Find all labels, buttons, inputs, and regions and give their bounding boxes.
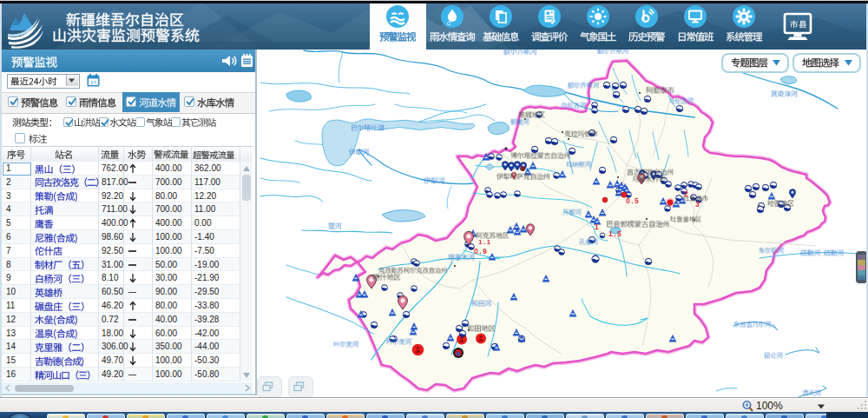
svg-text:0.9: 0.9 xyxy=(474,247,488,255)
svg-text:0.5: 0.5 xyxy=(626,196,640,205)
svg-text:1.5: 1.5 xyxy=(608,229,622,238)
svg-text:17: 17 xyxy=(90,80,96,85)
svg-text:3: 3 xyxy=(695,200,700,209)
svg-text:2: 2 xyxy=(684,189,689,198)
svg-text:1: 1 xyxy=(595,222,600,231)
svg-text:1.1: 1.1 xyxy=(478,238,492,246)
